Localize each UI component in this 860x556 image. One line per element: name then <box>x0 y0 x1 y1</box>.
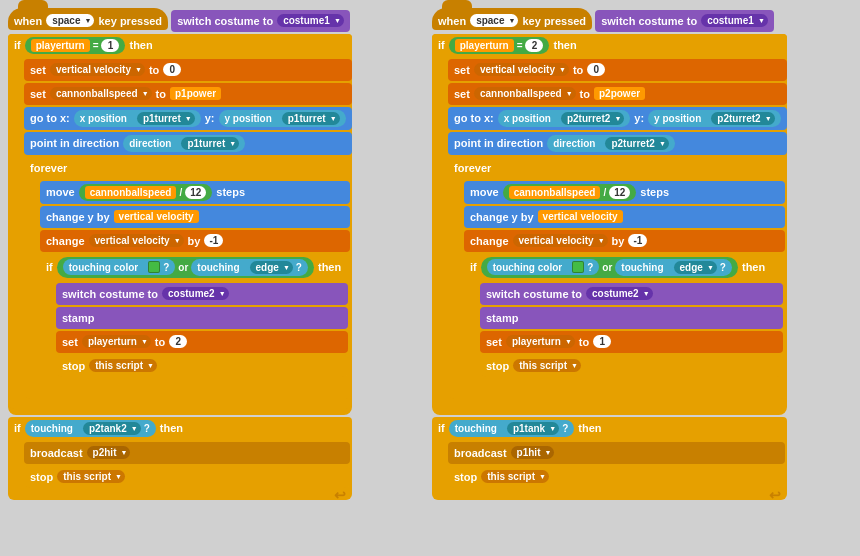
val-1-left: 1 <box>101 39 119 52</box>
neg1-right: -1 <box>628 234 647 247</box>
forever-block-left: forever move cannonballspeed / 12 steps <box>24 157 352 399</box>
cbs-var-right: cannonballspeed <box>509 186 601 199</box>
hat-block-right: when space key pressed <box>432 8 592 30</box>
set-cbs-right: set cannonballspeed to p2power <box>448 83 787 105</box>
stamp-left: stamp <box>56 307 348 329</box>
vy-input-left: vertical velocity <box>114 210 199 223</box>
costume-dropdown-right[interactable]: costume1 <box>701 14 768 27</box>
cbs-var-left: cannonballspeed <box>85 186 177 199</box>
or-op-right: touching color ? or touching edge <box>481 257 738 278</box>
when-label: when <box>14 15 42 27</box>
pt-dropdown-left[interactable]: playerturn <box>82 335 151 348</box>
set-cbs-left: set cannonballspeed to p1power <box>24 83 352 105</box>
stop1-dropdown-right[interactable]: this script <box>513 359 581 372</box>
if-playerturn-2-block: if playerturn = 2 then set vertical velo… <box>432 34 787 415</box>
stop2-right: stop this script <box>448 466 785 488</box>
ypos-of-dropdown-r[interactable]: p2turret2 <box>711 112 774 125</box>
goto-left: go to x: x position p1turret y: y positi… <box>24 107 352 130</box>
costume2-dropdown-left[interactable]: costume2 <box>162 287 229 300</box>
equals-operator-right: playerturn = 2 <box>449 37 550 54</box>
pt-dropdown-right[interactable]: playerturn <box>506 335 575 348</box>
p2tank2-dropdown[interactable]: p2tank2 <box>83 422 141 435</box>
val2-left: 2 <box>169 335 187 348</box>
point-direction-right: point in direction direction p2turret2 <box>448 132 787 155</box>
ypos-of-dropdown[interactable]: p1turret <box>282 112 340 125</box>
right-script: when space key pressed switch costume to… <box>432 8 787 500</box>
edge-dropdown-right[interactable]: edge <box>674 261 717 274</box>
if-playerturn-1-block: if playerturn = 1 then set vertical velo… <box>8 34 352 415</box>
if-touch-condition-left: if touching color ? or <box>40 254 350 281</box>
touch-edge-left: touching edge ? <box>191 259 308 276</box>
if-p2tank2-condition: if touching p2tank2 ? then <box>8 417 352 440</box>
touch-edge-right: touching edge ? <box>615 259 732 276</box>
val-0-right: 0 <box>587 63 605 76</box>
direction-of-dropdown[interactable]: p1turret <box>181 137 239 150</box>
xpos-of-dropdown[interactable]: p1turret <box>137 112 195 125</box>
val1-right: 1 <box>593 335 611 348</box>
cbs-dropdown-left[interactable]: cannonballspeed <box>50 87 152 100</box>
p1power-var: p1power <box>170 87 221 100</box>
divide-op-right: cannonballspeed / 12 <box>503 184 637 201</box>
key-dropdown-right[interactable]: space <box>470 14 518 27</box>
set-vy-0-right: set vertical velocity to 0 <box>448 59 787 81</box>
var-playerturn-right: playerturn <box>455 39 514 52</box>
neg1-left: -1 <box>204 234 223 247</box>
stop1-dropdown-left[interactable]: this script <box>89 359 157 372</box>
forever-label-left: forever <box>24 157 352 179</box>
vy-dropdown-r1[interactable]: vertical velocity <box>474 63 569 76</box>
if-touch-block-left: if touching color ? or <box>40 254 350 387</box>
stop2-dropdown-right[interactable]: this script <box>481 470 549 483</box>
costume2-dropdown-right[interactable]: costume2 <box>586 287 653 300</box>
stop2-dropdown-left[interactable]: this script <box>57 470 125 483</box>
stamp-right: stamp <box>480 307 783 329</box>
key-dropdown-left[interactable]: space <box>46 14 94 27</box>
stop1-left: stop this script <box>56 355 348 377</box>
point-direction-left: point in direction direction p1turret <box>24 132 352 155</box>
vy-input-right: vertical velocity <box>538 210 623 223</box>
if-p2tank2-block: if touching p2tank2 ? then broadcast p2h… <box>8 417 352 500</box>
if-p1tank-block: if touching p1tank ? then broadcast p1hi… <box>432 417 787 500</box>
cbs-dropdown-right[interactable]: cannonballspeed <box>474 87 576 100</box>
switch-costume2-right: switch costume to costume2 <box>480 283 783 305</box>
goto-right: go to x: x position p2turret2 y: y posit… <box>448 107 787 130</box>
change-y-right: change y by vertical velocity <box>464 206 785 228</box>
set-pt-2-left: set playerturn to 2 <box>56 331 348 353</box>
direction-block-left: direction p1turret <box>123 135 245 152</box>
key-pressed-label: key pressed <box>98 15 162 27</box>
left-script: when space key pressed switch costume to… <box>8 8 352 500</box>
direction-of-dropdown-r[interactable]: p2turret2 <box>605 137 668 150</box>
divide-op-left: cannonballspeed / 12 <box>79 184 213 201</box>
change-vy-left: change vertical velocity by -1 <box>40 230 350 252</box>
var-playerturn-left: playerturn <box>31 39 90 52</box>
xpos-of-dropdown-r[interactable]: p2turret2 <box>561 112 624 125</box>
vy-change-dropdown-r[interactable]: vertical velocity <box>513 234 608 247</box>
broadcast-p2hit: broadcast p2hit <box>24 442 350 464</box>
equals-operator-left: playerturn = 1 <box>25 37 126 54</box>
costume-dropdown-left[interactable]: costume1 <box>277 14 344 27</box>
touch-color-left: touching color ? <box>63 259 176 275</box>
p1hit-dropdown[interactable]: p1hit <box>511 446 555 459</box>
edge-dropdown-left[interactable]: edge <box>250 261 293 274</box>
color-swatch-left <box>148 261 160 273</box>
stop2-left: stop this script <box>24 466 350 488</box>
direction-block-right: direction p2turret2 <box>547 135 675 152</box>
val-0-left: 0 <box>163 63 181 76</box>
move-cbs-right: move cannonballspeed / 12 steps <box>464 181 785 204</box>
if-condition-right: if playerturn = 2 then <box>432 34 787 57</box>
if-condition-left: if playerturn = 1 then <box>8 34 352 57</box>
change-y-left: change y by vertical velocity <box>40 206 350 228</box>
switch-costume2-left: switch costume to costume2 <box>56 283 348 305</box>
vy-change-dropdown[interactable]: vertical velocity <box>89 234 184 247</box>
set-vy-0-left: set vertical velocity to 0 <box>24 59 352 81</box>
set-pt-1-right: set playerturn to 1 <box>480 331 783 353</box>
forever-block-right: forever move cannonballspeed / 12 steps <box>448 157 787 399</box>
vy-dropdown-1[interactable]: vertical velocity <box>50 63 145 76</box>
p2hit-dropdown[interactable]: p2hit <box>87 446 131 459</box>
touch-p1tank: touching p1tank ? <box>449 420 575 437</box>
touch-color-right: touching color ? <box>487 259 600 275</box>
p1tank-dropdown[interactable]: p1tank <box>507 422 559 435</box>
p2power-var: p2power <box>594 87 645 100</box>
ypos-block-right: y position p2turret2 <box>648 110 781 127</box>
change-vy-right: change vertical velocity by -1 <box>464 230 785 252</box>
touch-p2tank2: touching p2tank2 ? <box>25 420 156 437</box>
